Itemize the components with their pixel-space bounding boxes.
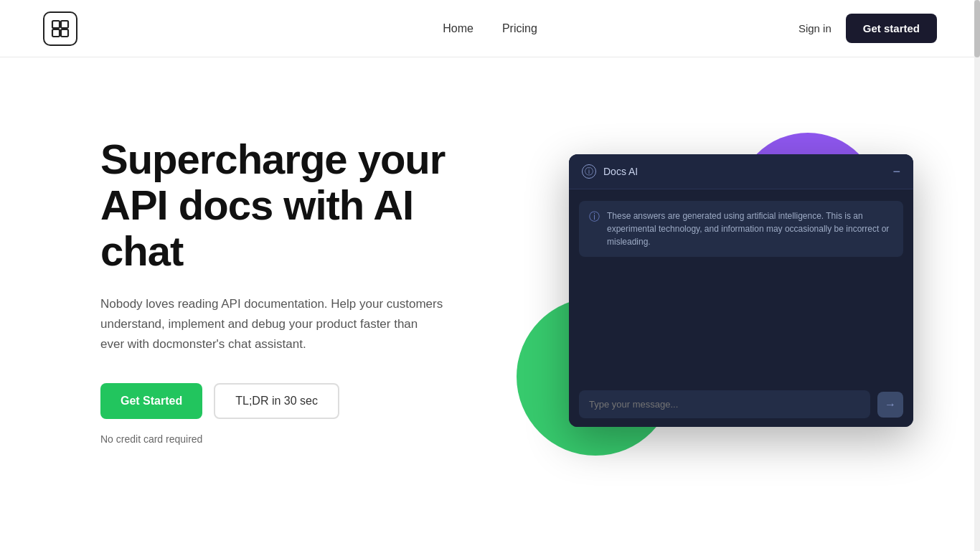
logo-icon bbox=[43, 11, 77, 46]
hero-subtitle: Nobody loves reading API documentation. … bbox=[100, 294, 445, 354]
chat-footer: → bbox=[569, 382, 913, 427]
chat-send-button[interactable]: → bbox=[877, 392, 903, 418]
sign-in-button[interactable]: Sign in bbox=[798, 22, 831, 34]
svg-rect-2 bbox=[52, 29, 60, 37]
svg-rect-3 bbox=[61, 29, 68, 37]
info-icon: ⓘ bbox=[589, 210, 600, 248]
chat-window-mockup: ⓘ Docs AI − ⓘ These answers are generate… bbox=[569, 154, 913, 427]
hero-content: Supercharge your API docs with AI chat N… bbox=[100, 136, 473, 445]
chat-header-left: ⓘ Docs AI bbox=[582, 164, 638, 179]
get-started-nav-button[interactable]: Get started bbox=[846, 14, 937, 43]
scrollbar-thumb[interactable] bbox=[974, 0, 980, 57]
chat-notice-banner: ⓘ These answers are generated using arti… bbox=[579, 201, 903, 257]
hero-title: Supercharge your API docs with AI chat bbox=[100, 136, 473, 273]
logo-svg bbox=[50, 19, 70, 39]
svg-rect-1 bbox=[61, 21, 68, 28]
hero-visual: ⓘ Docs AI − ⓘ These answers are generate… bbox=[517, 118, 937, 463]
chat-header: ⓘ Docs AI − bbox=[569, 154, 913, 189]
no-credit-card-text: No credit card required bbox=[100, 433, 473, 445]
how-it-works-teaser: How DocMonster Works bbox=[0, 524, 980, 551]
hero-get-started-button[interactable]: Get Started bbox=[100, 383, 202, 419]
hero-buttons: Get Started TL;DR in 30 sec bbox=[100, 383, 473, 419]
chat-title: Docs AI bbox=[603, 166, 638, 177]
scrollbar[interactable] bbox=[974, 0, 980, 551]
chat-minimize-button[interactable]: − bbox=[892, 165, 900, 178]
nav-link-pricing[interactable]: Pricing bbox=[502, 22, 537, 35]
send-icon: → bbox=[885, 398, 896, 411]
nav-links: Home Pricing bbox=[443, 22, 537, 35]
nav-actions: Sign in Get started bbox=[798, 14, 937, 43]
chat-notice-text: These answers are generated using artifi… bbox=[607, 209, 893, 248]
nav-link-home[interactable]: Home bbox=[443, 22, 473, 35]
hero-section: Supercharge your API docs with AI chat N… bbox=[0, 57, 980, 524]
logo[interactable] bbox=[43, 11, 77, 46]
chat-ai-icon: ⓘ bbox=[582, 164, 596, 179]
navbar: Home Pricing Sign in Get started bbox=[0, 0, 980, 57]
svg-rect-0 bbox=[52, 21, 60, 28]
chat-message-input[interactable] bbox=[579, 390, 870, 418]
tldr-button[interactable]: TL;DR in 30 sec bbox=[214, 383, 339, 419]
